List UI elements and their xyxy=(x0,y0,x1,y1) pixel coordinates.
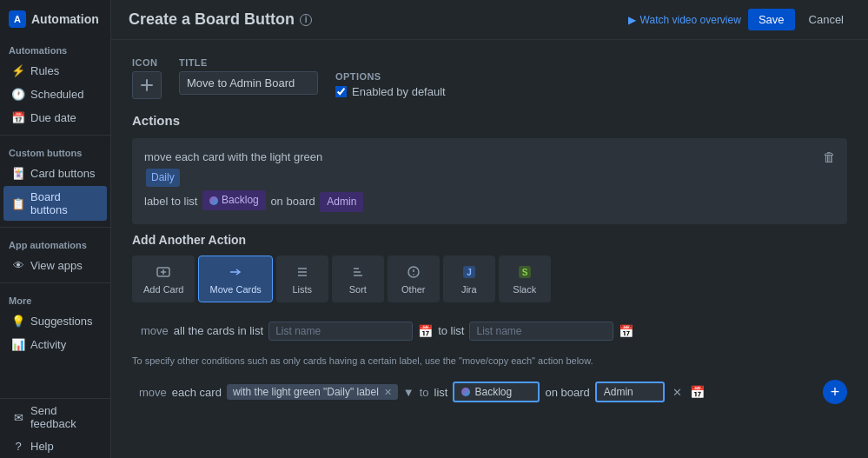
action-btn-lists[interactable]: Lists xyxy=(276,256,328,302)
remove-row-button[interactable]: ✕ xyxy=(670,385,685,400)
tag-chip-text: with the light green "Daily" label xyxy=(233,386,379,398)
board-pill-dot xyxy=(209,196,218,205)
list-name-input-1[interactable] xyxy=(268,322,413,341)
svg-text:J: J xyxy=(467,268,472,277)
actions-section-title: Actions xyxy=(132,113,847,128)
icon-label: Icon xyxy=(132,57,162,68)
sidebar-item-help-label: Help xyxy=(30,440,54,453)
sidebar-item-activity[interactable]: 📊 Activity xyxy=(3,334,107,355)
tag-chip-label: with the light green "Daily" label ✕ xyxy=(227,384,398,400)
list-name-input-2[interactable] xyxy=(469,322,613,341)
divider-3 xyxy=(0,282,110,283)
add-action-plus-button[interactable]: + xyxy=(823,380,847,404)
rules-icon: ⚡ xyxy=(12,65,24,77)
divider-1 xyxy=(0,135,110,136)
title-input[interactable] xyxy=(179,71,318,95)
sidebar-item-rules-label: Rules xyxy=(30,64,59,77)
cancel-button[interactable]: Cancel xyxy=(802,9,851,30)
action-btn-move-cards-label: Move Cards xyxy=(209,284,261,295)
video-icon: ▶ xyxy=(628,14,636,26)
on-board-label: on board xyxy=(545,386,589,399)
watch-video-label: Watch video overview xyxy=(640,14,741,26)
admin-input[interactable]: Admin xyxy=(595,382,665,402)
action-btn-add-card[interactable]: Add Card xyxy=(132,256,195,302)
action-btn-jira[interactable]: J Jira xyxy=(443,256,495,302)
activity-icon: 📊 xyxy=(12,339,24,351)
topbar: Create a Board Button i ▶ Watch video ov… xyxy=(111,0,868,40)
divider-2 xyxy=(0,227,110,228)
move-cards-icon xyxy=(227,263,244,281)
due-date-icon: 📅 xyxy=(12,112,24,124)
watch-video-link[interactable]: ▶ Watch video overview xyxy=(628,14,741,26)
slack-icon: S xyxy=(516,263,533,281)
automations-section-label: Automations xyxy=(0,38,110,59)
action-pill-daily: Daily xyxy=(146,169,180,187)
action-btn-slack[interactable]: S Slack xyxy=(499,256,551,302)
filter-icon[interactable]: ▼ xyxy=(403,386,414,399)
action-btn-other[interactable]: Other xyxy=(388,256,440,302)
sidebar-item-view-apps-label: View apps xyxy=(30,259,83,272)
all-cards-label: all the cards in list xyxy=(174,324,263,337)
hint-text: To specify other conditions such as only… xyxy=(132,355,847,368)
add-action-title: Add Another Action xyxy=(132,233,847,247)
action-buttons-row: Add Card Move Cards Lists Sort xyxy=(132,256,847,302)
sidebar-item-view-apps[interactable]: 👁 View apps xyxy=(3,255,107,276)
action-btn-slack-label: Slack xyxy=(513,284,536,295)
sidebar-item-scheduled[interactable]: 🕐 Scheduled xyxy=(3,83,107,105)
sidebar-bottom: ✉ Send feedback ? Help xyxy=(0,398,110,458)
enabled-by-default-label[interactable]: Enabled by default xyxy=(335,85,446,98)
action-card-1: 🗑 move each card with the light green Da… xyxy=(132,138,847,224)
app-automations-section-label: App automations xyxy=(0,233,110,254)
save-button[interactable]: Save xyxy=(748,9,795,30)
action-text-label-to-list: label to list xyxy=(144,195,197,208)
jira-icon: J xyxy=(461,263,478,281)
sidebar-item-card-buttons-label: Card buttons xyxy=(30,167,95,180)
custom-buttons-section-label: Custom buttons xyxy=(0,141,110,162)
scheduled-icon: 🕐 xyxy=(12,89,24,101)
sidebar-item-due-date[interactable]: 📅 Due date xyxy=(3,107,107,129)
page-title: Create a Board Button xyxy=(129,10,295,29)
action-card-text: move each card with the light green Dail… xyxy=(144,149,835,214)
view-apps-icon: 👁 xyxy=(12,260,24,272)
delete-action-button[interactable]: 🗑 xyxy=(820,147,838,167)
sidebar-item-help[interactable]: ? Help xyxy=(3,435,107,457)
options-group: Options Enabled by default xyxy=(335,57,446,98)
svg-text:S: S xyxy=(521,268,527,277)
sidebar-item-board-buttons[interactable]: 📋 Board buttons xyxy=(3,186,107,221)
sidebar-header: A Automation xyxy=(0,0,110,38)
action-btn-sort-label: Sort xyxy=(349,284,367,295)
title-label: Title xyxy=(179,57,318,68)
icon-picker[interactable] xyxy=(132,71,162,99)
action-btn-lists-label: Lists xyxy=(292,284,312,295)
tag-chip-remove[interactable]: ✕ xyxy=(384,387,392,398)
icon-picker-svg xyxy=(140,78,154,92)
action-btn-jira-label: Jira xyxy=(461,284,477,295)
suggestions-icon: 💡 xyxy=(12,315,24,328)
action-btn-sort[interactable]: Sort xyxy=(332,256,384,302)
backlog-dot xyxy=(461,388,470,396)
sidebar-item-rules[interactable]: ⚡ Rules xyxy=(3,60,107,82)
calendar-icon-1[interactable]: 📅 xyxy=(418,324,433,338)
form-content: Icon Title Options Enabled by default xyxy=(111,40,868,458)
sidebar-item-due-date-label: Due date xyxy=(30,111,76,124)
sidebar-item-card-buttons[interactable]: 🃏 Card buttons xyxy=(3,163,107,184)
calendar-icon-2[interactable]: 📅 xyxy=(619,324,633,338)
options-label: Options xyxy=(335,71,446,82)
help-icon: ? xyxy=(12,441,24,453)
sidebar-item-suggestions[interactable]: 💡 Suggestions xyxy=(3,310,107,332)
title-field-group: Title xyxy=(179,57,318,95)
add-card-icon xyxy=(155,263,172,281)
board-pill-backlog: Backlog xyxy=(202,190,266,210)
sidebar-item-send-feedback[interactable]: ✉ Send feedback xyxy=(3,400,107,435)
move-label-1: move xyxy=(141,324,169,337)
action-btn-move-cards[interactable]: Move Cards xyxy=(198,256,272,302)
sidebar-item-board-buttons-label: Board buttons xyxy=(30,190,98,216)
to-label-2: to xyxy=(420,386,429,399)
backlog-text: Backlog xyxy=(474,386,512,398)
backlog-input[interactable]: Backlog xyxy=(453,382,540,402)
enabled-by-default-checkbox[interactable] xyxy=(335,86,347,97)
info-icon[interactable]: i xyxy=(300,14,312,26)
action-btn-add-card-label: Add Card xyxy=(143,284,183,295)
calendar-icon-3[interactable]: 📅 xyxy=(690,385,705,399)
svg-point-14 xyxy=(413,274,414,275)
